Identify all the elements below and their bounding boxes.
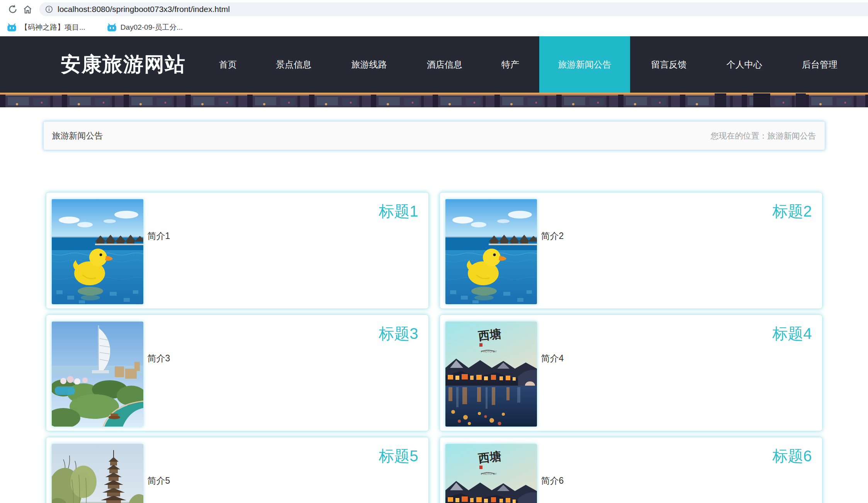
url-bar[interactable]: localhost:8080/springboot073x3/front/ind… <box>39 2 868 16</box>
bilibili-tv-icon <box>7 23 17 32</box>
breadcrumb-bar: 旅游新闻公告 您现在的位置：旅游新闻公告 <box>43 121 825 150</box>
main-nav: 首页 景点信息 旅游线路 酒店信息 特产 旅游新闻公告 留言反馈 个人中心 后台… <box>201 36 856 93</box>
nav-item-routes[interactable]: 旅游线路 <box>333 36 406 93</box>
news-desc: 简介1 <box>148 230 421 242</box>
url-text: localhost:8080/springboot073x3/front/ind… <box>58 5 230 14</box>
breadcrumb-location: 您现在的位置：旅游新闻公告 <box>711 130 816 141</box>
nav-item-profile[interactable]: 个人中心 <box>708 36 781 93</box>
bookmarks-bar: 【码神之路】项目... Day02-09-员工分... <box>0 19 868 36</box>
bookmark-label: 【码神之路】项目... <box>20 22 85 32</box>
news-image-duck-pool <box>445 199 537 304</box>
news-image-duck-pool <box>52 199 143 304</box>
reload-icon <box>8 4 18 14</box>
info-icon[interactable] <box>45 5 53 14</box>
news-card[interactable]: 标题4 简介4 <box>440 315 822 431</box>
bookmark-item[interactable]: 【码神之路】项目... <box>7 22 85 32</box>
news-image-pagoda-park <box>52 444 143 503</box>
site-brand-title: 安康旅游网站 <box>61 51 186 78</box>
news-title: 标题3 <box>148 325 418 342</box>
news-card[interactable]: 标题6 简介6 <box>440 437 822 503</box>
news-desc: 简介2 <box>541 230 814 242</box>
news-title: 标题2 <box>541 202 812 220</box>
nav-item-admin[interactable]: 后台管理 <box>783 36 856 93</box>
page-content: 旅游新闻公告 您现在的位置：旅游新闻公告 标题1 简介1 标题2 简介 <box>43 121 825 503</box>
news-title: 标题5 <box>148 447 418 465</box>
news-card[interactable]: 标题2 简介2 <box>440 192 822 309</box>
home-button[interactable] <box>20 2 35 17</box>
news-title: 标题6 <box>541 447 812 465</box>
nav-item-hotels[interactable]: 酒店信息 <box>408 36 481 93</box>
hero-banner-image <box>0 93 868 107</box>
news-card[interactable]: 标题5 简介5 <box>46 437 429 503</box>
bilibili-tv-icon <box>107 23 117 32</box>
page-title: 旅游新闻公告 <box>52 130 103 142</box>
site-header: 安康旅游网站 首页 景点信息 旅游线路 酒店信息 特产 旅游新闻公告 留言反馈 … <box>0 36 868 93</box>
news-image-xitang-night <box>445 444 537 503</box>
breadcrumb-location-current: 旅游新闻公告 <box>768 131 816 140</box>
news-card[interactable]: 标题3 简介3 <box>46 315 429 431</box>
nav-item-news[interactable]: 旅游新闻公告 <box>539 36 630 93</box>
nav-item-home[interactable]: 首页 <box>201 36 255 93</box>
news-title: 标题1 <box>148 202 418 220</box>
breadcrumb-location-prefix: 您现在的位置： <box>711 131 768 140</box>
nav-item-attractions[interactable]: 景点信息 <box>257 36 330 93</box>
browser-window: localhost:8080/springboot073x3/front/ind… <box>0 0 868 503</box>
news-image-burj-al-arab <box>52 322 143 427</box>
news-image-xitang-night <box>445 322 537 427</box>
news-desc: 简介4 <box>541 352 814 364</box>
news-title: 标题4 <box>541 325 812 342</box>
bookmark-item[interactable]: Day02-09-员工分... <box>107 22 183 32</box>
news-card[interactable]: 标题1 简介1 <box>46 192 429 309</box>
bookmark-label: Day02-09-员工分... <box>121 22 183 32</box>
news-desc: 简介6 <box>541 475 814 487</box>
news-desc: 简介3 <box>148 352 421 364</box>
news-card-grid: 标题1 简介1 标题2 简介2 标题3 简介3 <box>46 192 822 503</box>
home-icon <box>22 4 33 15</box>
news-desc: 简介5 <box>148 475 421 487</box>
browser-toolbar: localhost:8080/springboot073x3/front/ind… <box>0 0 868 19</box>
nav-item-feedback[interactable]: 留言反馈 <box>632 36 706 93</box>
nav-item-specialty[interactable]: 特产 <box>483 36 537 93</box>
reload-button[interactable] <box>5 2 20 17</box>
